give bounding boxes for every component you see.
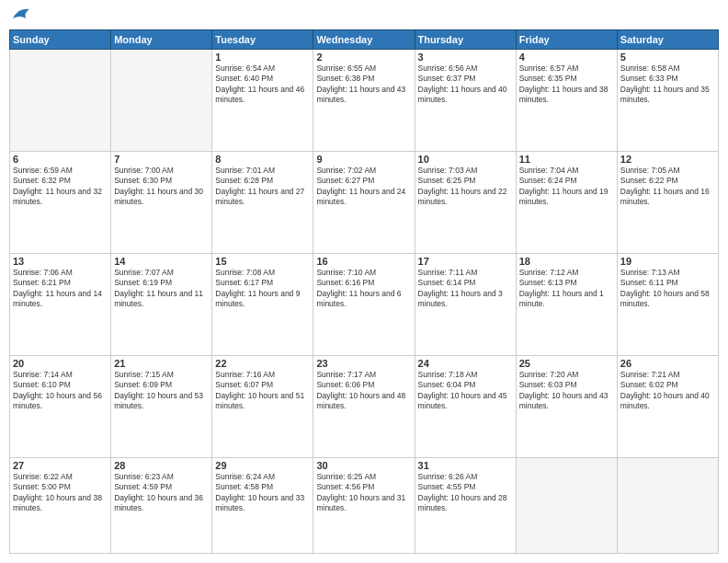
calendar-day-header: Saturday (617, 30, 718, 50)
day-number: 3 (418, 52, 513, 63)
day-number: 31 (418, 460, 513, 471)
day-number: 22 (215, 358, 310, 369)
page: SundayMondayTuesdayWednesdayThursdayFrid… (0, 0, 728, 563)
day-info: Sunrise: 7:04 AM Sunset: 6:24 PM Dayligh… (519, 166, 614, 208)
calendar-cell (617, 457, 718, 553)
calendar-day-header: Monday (111, 30, 212, 50)
calendar-cell: 17Sunrise: 7:11 AM Sunset: 6:14 PM Dayli… (415, 253, 516, 355)
day-info: Sunrise: 7:17 AM Sunset: 6:06 PM Dayligh… (316, 370, 411, 412)
day-info: Sunrise: 7:08 AM Sunset: 6:17 PM Dayligh… (215, 268, 310, 310)
day-info: Sunrise: 6:55 AM Sunset: 6:38 PM Dayligh… (316, 63, 411, 106)
calendar-day-header: Friday (516, 30, 617, 50)
calendar-cell: 5Sunrise: 6:58 AM Sunset: 6:33 PM Daylig… (617, 50, 718, 152)
calendar-table: SundayMondayTuesdayWednesdayThursdayFrid… (9, 29, 719, 554)
day-info: Sunrise: 7:02 AM Sunset: 6:27 PM Dayligh… (316, 166, 411, 208)
calendar-cell: 31Sunrise: 6:26 AM Sunset: 4:55 PM Dayli… (415, 457, 516, 553)
calendar-week-row: 1Sunrise: 6:54 AM Sunset: 6:40 PM Daylig… (10, 50, 719, 152)
calendar-cell: 18Sunrise: 7:12 AM Sunset: 6:13 PM Dayli… (516, 253, 617, 355)
calendar-cell: 25Sunrise: 7:20 AM Sunset: 6:03 PM Dayli… (516, 355, 617, 457)
day-number: 14 (114, 256, 209, 267)
calendar-week-row: 13Sunrise: 7:06 AM Sunset: 6:21 PM Dayli… (10, 253, 719, 355)
calendar-cell: 7Sunrise: 7:00 AM Sunset: 6:30 PM Daylig… (111, 151, 212, 253)
day-number: 21 (114, 358, 209, 369)
calendar-cell: 21Sunrise: 7:15 AM Sunset: 6:09 PM Dayli… (111, 355, 212, 457)
calendar-cell: 1Sunrise: 6:54 AM Sunset: 6:40 PM Daylig… (212, 50, 313, 152)
calendar-cell: 12Sunrise: 7:05 AM Sunset: 6:22 PM Dayli… (617, 151, 718, 253)
day-number: 8 (215, 154, 310, 165)
calendar-cell: 8Sunrise: 7:01 AM Sunset: 6:28 PM Daylig… (212, 151, 313, 253)
day-info: Sunrise: 6:22 AM Sunset: 5:00 PM Dayligh… (13, 472, 108, 514)
calendar-cell (516, 457, 617, 553)
day-number: 16 (316, 256, 411, 267)
calendar-cell: 10Sunrise: 7:03 AM Sunset: 6:25 PM Dayli… (415, 151, 516, 253)
day-info: Sunrise: 7:07 AM Sunset: 6:19 PM Dayligh… (114, 268, 209, 310)
day-number: 26 (620, 358, 715, 369)
day-number: 11 (519, 154, 614, 165)
calendar-cell: 6Sunrise: 6:59 AM Sunset: 6:32 PM Daylig… (10, 151, 111, 253)
day-number: 20 (13, 358, 108, 369)
calendar-cell: 29Sunrise: 6:24 AM Sunset: 4:58 PM Dayli… (212, 457, 313, 553)
day-info: Sunrise: 7:00 AM Sunset: 6:30 PM Dayligh… (114, 166, 209, 208)
day-number: 23 (316, 358, 411, 369)
calendar-cell: 22Sunrise: 7:16 AM Sunset: 6:07 PM Dayli… (212, 355, 313, 457)
day-info: Sunrise: 6:54 AM Sunset: 6:40 PM Dayligh… (215, 63, 310, 106)
day-info: Sunrise: 7:12 AM Sunset: 6:13 PM Dayligh… (519, 268, 614, 310)
calendar-day-header: Sunday (10, 30, 111, 50)
calendar-cell: 9Sunrise: 7:02 AM Sunset: 6:27 PM Daylig… (313, 151, 415, 253)
day-info: Sunrise: 7:21 AM Sunset: 6:02 PM Dayligh… (620, 370, 715, 412)
day-number: 2 (316, 52, 411, 63)
day-number: 29 (215, 460, 310, 471)
calendar-cell: 13Sunrise: 7:06 AM Sunset: 6:21 PM Dayli… (10, 253, 111, 355)
calendar-day-header: Wednesday (313, 30, 415, 50)
day-number: 6 (13, 154, 108, 165)
day-info: Sunrise: 7:01 AM Sunset: 6:28 PM Dayligh… (215, 166, 310, 208)
day-info: Sunrise: 7:13 AM Sunset: 6:11 PM Dayligh… (620, 268, 715, 310)
day-info: Sunrise: 7:14 AM Sunset: 6:10 PM Dayligh… (13, 370, 108, 412)
calendar-cell: 11Sunrise: 7:04 AM Sunset: 6:24 PM Dayli… (516, 151, 617, 253)
day-info: Sunrise: 6:26 AM Sunset: 4:55 PM Dayligh… (418, 472, 513, 514)
calendar-header-row: SundayMondayTuesdayWednesdayThursdayFrid… (10, 30, 719, 50)
calendar-cell: 27Sunrise: 6:22 AM Sunset: 5:00 PM Dayli… (10, 457, 111, 553)
day-number: 1 (215, 52, 310, 63)
logo-bird-icon (11, 6, 31, 22)
calendar-week-row: 27Sunrise: 6:22 AM Sunset: 5:00 PM Dayli… (10, 457, 719, 553)
day-number: 9 (316, 154, 411, 165)
day-info: Sunrise: 7:16 AM Sunset: 6:07 PM Dayligh… (215, 370, 310, 412)
day-number: 15 (215, 256, 310, 267)
calendar-day-header: Tuesday (212, 30, 313, 50)
calendar-cell: 19Sunrise: 7:13 AM Sunset: 6:11 PM Dayli… (617, 253, 718, 355)
day-number: 30 (316, 460, 411, 471)
calendar-week-row: 20Sunrise: 7:14 AM Sunset: 6:10 PM Dayli… (10, 355, 719, 457)
day-info: Sunrise: 7:18 AM Sunset: 6:04 PM Dayligh… (418, 370, 513, 412)
day-info: Sunrise: 6:25 AM Sunset: 4:56 PM Dayligh… (316, 472, 411, 514)
day-info: Sunrise: 7:20 AM Sunset: 6:03 PM Dayligh… (519, 370, 614, 412)
day-info: Sunrise: 7:03 AM Sunset: 6:25 PM Dayligh… (418, 166, 513, 208)
day-info: Sunrise: 6:59 AM Sunset: 6:32 PM Dayligh… (13, 166, 108, 208)
day-info: Sunrise: 7:15 AM Sunset: 6:09 PM Dayligh… (114, 370, 209, 412)
day-info: Sunrise: 6:57 AM Sunset: 6:35 PM Dayligh… (519, 63, 614, 106)
calendar-cell: 20Sunrise: 7:14 AM Sunset: 6:10 PM Dayli… (10, 355, 111, 457)
day-number: 7 (114, 154, 209, 165)
calendar-cell: 23Sunrise: 7:17 AM Sunset: 6:06 PM Dayli… (313, 355, 415, 457)
calendar-cell (111, 50, 212, 152)
day-number: 24 (418, 358, 513, 369)
day-number: 19 (620, 256, 715, 267)
calendar-cell: 3Sunrise: 6:56 AM Sunset: 6:37 PM Daylig… (415, 50, 516, 152)
logo (9, 9, 31, 22)
day-number: 17 (418, 256, 513, 267)
calendar-week-row: 6Sunrise: 6:59 AM Sunset: 6:32 PM Daylig… (10, 151, 719, 253)
calendar-cell: 16Sunrise: 7:10 AM Sunset: 6:16 PM Dayli… (313, 253, 415, 355)
calendar-cell: 30Sunrise: 6:25 AM Sunset: 4:56 PM Dayli… (313, 457, 415, 553)
day-info: Sunrise: 6:58 AM Sunset: 6:33 PM Dayligh… (620, 63, 715, 106)
day-number: 4 (519, 52, 614, 63)
day-info: Sunrise: 7:06 AM Sunset: 6:21 PM Dayligh… (13, 268, 108, 310)
day-number: 10 (418, 154, 513, 165)
day-info: Sunrise: 7:10 AM Sunset: 6:16 PM Dayligh… (316, 268, 411, 310)
day-info: Sunrise: 7:05 AM Sunset: 6:22 PM Dayligh… (620, 166, 715, 208)
day-number: 28 (114, 460, 209, 471)
day-info: Sunrise: 6:56 AM Sunset: 6:37 PM Dayligh… (418, 63, 513, 106)
calendar-cell: 15Sunrise: 7:08 AM Sunset: 6:17 PM Dayli… (212, 253, 313, 355)
header (9, 9, 719, 22)
day-number: 27 (13, 460, 108, 471)
calendar-cell: 14Sunrise: 7:07 AM Sunset: 6:19 PM Dayli… (111, 253, 212, 355)
